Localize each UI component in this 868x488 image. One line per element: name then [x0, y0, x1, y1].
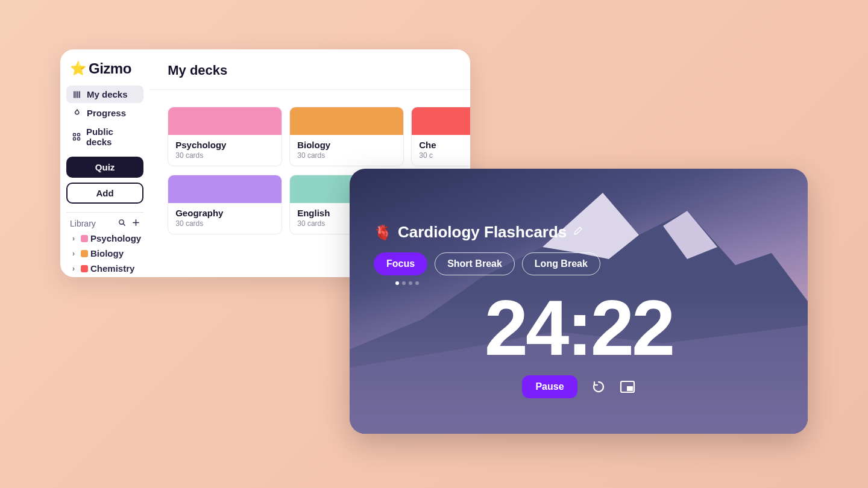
svg-rect-3 — [78, 138, 80, 140]
dot — [415, 281, 419, 285]
restart-icon[interactable] — [591, 379, 606, 395]
brand: ⭐ Gizmo — [66, 58, 143, 83]
deck-subtitle: 30 cards — [297, 151, 396, 160]
heart-icon: 🫀 — [374, 224, 392, 241]
deck-body: Psychology30 cards — [168, 135, 281, 166]
deck-subtitle: 30 cards — [175, 151, 274, 160]
add-button[interactable]: Add — [66, 183, 143, 204]
library-item[interactable]: ›Biology — [70, 247, 143, 260]
deck-card[interactable]: Che30 c — [411, 107, 470, 166]
deck-subtitle: 30 c — [419, 151, 470, 160]
deck-title: Biology — [297, 140, 396, 150]
sidebar: ⭐ Gizmo My decks Progress Public deck — [60, 49, 149, 277]
deck-color — [412, 107, 470, 135]
library-item[interactable]: ›Psychology — [70, 232, 143, 245]
nav-label: Public decks — [86, 127, 137, 147]
mode-row: Focus Short Break Long Break — [374, 252, 784, 275]
svg-rect-11 — [627, 386, 633, 391]
svg-rect-1 — [78, 134, 80, 136]
deck-color — [290, 107, 403, 135]
deck-body: Che30 c — [412, 135, 470, 166]
mode-short-break-button[interactable]: Short Break — [435, 252, 515, 275]
search-icon[interactable] — [118, 219, 126, 228]
pomodoro-content: 🫀 Cardiology Flashcards Focus Short Brea… — [350, 169, 808, 398]
library-item-label: Psychology — [90, 233, 141, 243]
quiz-button[interactable]: Quiz — [66, 157, 143, 178]
sidebar-buttons: Quiz Add — [66, 157, 143, 204]
library-item-label: Biology — [90, 248, 124, 258]
session-title: Cardiology Flashcards — [398, 223, 567, 242]
nav-public-decks[interactable]: Public decks — [66, 123, 143, 151]
dot — [395, 281, 399, 285]
library-header: Library — [66, 219, 143, 232]
plus-icon[interactable] — [132, 219, 140, 228]
chevron-right-icon: › — [72, 249, 78, 258]
page-title: My decks — [168, 63, 470, 78]
deck-title: Che — [419, 140, 470, 150]
deck-body: Biology30 cards — [290, 135, 403, 166]
nav-label: Progress — [87, 108, 126, 118]
edit-icon[interactable] — [573, 225, 583, 239]
library-item[interactable]: ›Chemistry — [70, 262, 143, 275]
pip-icon[interactable] — [620, 379, 635, 395]
deck-color — [168, 107, 281, 135]
divider — [149, 89, 470, 90]
chevron-right-icon: › — [72, 264, 78, 273]
color-swatch — [81, 235, 88, 242]
pomodoro-window: 🫀 Cardiology Flashcards Focus Short Brea… — [350, 169, 808, 434]
color-swatch — [81, 250, 88, 257]
deck-color — [168, 175, 281, 203]
library-title: Library — [70, 219, 96, 228]
library-list: ›Psychology›Biology›Chemistry›Physics — [66, 232, 143, 277]
svg-line-5 — [124, 224, 125, 225]
pause-button[interactable]: Pause — [522, 375, 577, 398]
grid-icon — [72, 133, 81, 141]
library-item-label: Chemistry — [90, 263, 134, 274]
deck-card[interactable]: Psychology30 cards — [168, 107, 282, 166]
library-actions — [118, 219, 140, 228]
deck-body: Geography30 cards — [168, 203, 281, 234]
deck-card[interactable]: Biology30 cards — [289, 107, 404, 166]
mode-focus-button[interactable]: Focus — [374, 252, 427, 275]
deck-title: Geography — [175, 208, 274, 218]
star-icon: ⭐ — [70, 62, 86, 75]
dot — [409, 281, 412, 285]
nav-progress[interactable]: Progress — [66, 104, 143, 122]
session-title-row: 🫀 Cardiology Flashcards — [374, 223, 784, 242]
flame-icon — [72, 109, 82, 117]
controls: Pause — [374, 375, 784, 398]
chevron-right-icon: › — [72, 234, 78, 243]
nav-my-decks[interactable]: My decks — [66, 86, 143, 103]
nav: My decks Progress Public decks — [66, 86, 143, 151]
svg-rect-0 — [74, 134, 76, 136]
nav-label: My decks — [87, 89, 128, 99]
deck-card[interactable]: Geography30 cards — [168, 175, 282, 234]
color-swatch — [81, 265, 88, 272]
brand-name: Gizmo — [89, 60, 131, 77]
svg-rect-2 — [74, 138, 76, 140]
dot — [402, 281, 406, 285]
timer-display: 24:22 — [374, 289, 784, 367]
deck-title: Psychology — [175, 140, 274, 150]
divider — [66, 212, 143, 213]
deck-subtitle: 30 cards — [175, 219, 274, 228]
mode-long-break-button[interactable]: Long Break — [522, 252, 600, 275]
decks-icon — [72, 90, 82, 99]
